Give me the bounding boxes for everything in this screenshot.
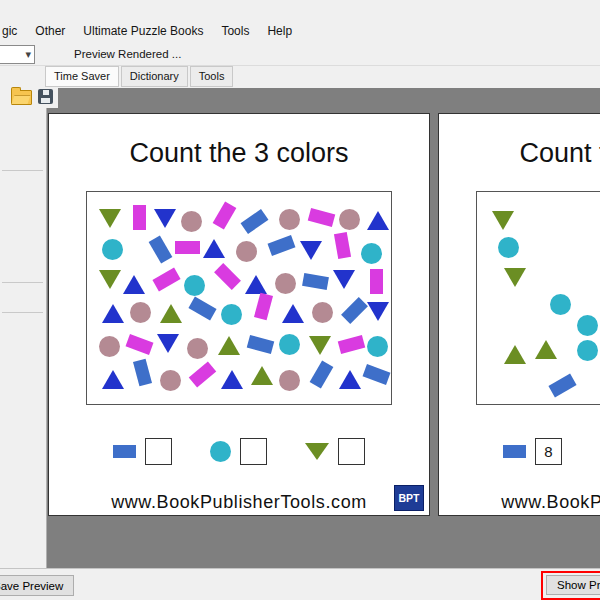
puzzle-shape-tri-up [102, 304, 124, 323]
puzzle-shape-circle [181, 211, 202, 232]
puzzle-shape-tri-down [154, 209, 176, 228]
menu-item-logic[interactable]: gic [0, 21, 26, 41]
answers-row: 8 [439, 434, 600, 468]
puzzle-shape-circle [187, 338, 208, 359]
answer-box [240, 438, 267, 465]
answer-box [338, 438, 365, 465]
puzzle-shape-circle [99, 336, 120, 357]
puzzle-shape-circle [221, 304, 242, 325]
open-folder-icon[interactable] [11, 90, 32, 105]
puzzle-shape-rect [254, 293, 273, 321]
puzzle-shape-rect [268, 235, 296, 256]
puzzle-shape-circle [184, 275, 205, 296]
save-icon[interactable] [38, 89, 53, 104]
answer-group [210, 438, 267, 465]
tab-time-saver[interactable]: Time Saver [45, 66, 119, 87]
chevron-down-icon: ▾ [25, 48, 31, 61]
answer-box: 8 [535, 438, 562, 465]
panel-separator [2, 312, 43, 313]
puzzle-shape-tri-up [282, 304, 304, 323]
puzzle-shape-rect [247, 335, 275, 354]
preview-rendered-label: Preview Rendered ... [74, 44, 181, 65]
puzzle-shape-tri-up [221, 370, 243, 389]
puzzle-page-2: Count the 3 colors 8 www.BookPublisherTo… [438, 113, 600, 516]
puzzle-shape-circle [312, 302, 333, 323]
puzzle-shape-rect [548, 373, 576, 397]
menu-item-ultimate-puzzle-books[interactable]: Ultimate Puzzle Books [74, 21, 212, 41]
puzzle-shape-circle [367, 336, 388, 357]
puzzle-shape-tri-down [99, 209, 121, 228]
show-preview-button[interactable]: Show Preview [546, 575, 600, 595]
puzzle-shape-circle [279, 209, 300, 230]
puzzle-shape-rect [310, 360, 334, 388]
puzzle-shape-tri-up [245, 275, 267, 294]
puzzle-shape-tri-down [157, 334, 179, 353]
puzzle-shape-tri-down [333, 270, 355, 289]
page-title: Count the 3 colors [49, 138, 429, 169]
puzzle-shape-rect [341, 297, 368, 324]
puzzle-shape-rect [308, 208, 336, 227]
puzzle-shape-tri-up [339, 370, 361, 389]
puzzle-shape-tri-up [102, 370, 124, 389]
render-mode-combobox[interactable]: ▾ [0, 45, 35, 64]
puzzle-shape-tri-down [367, 302, 389, 321]
puzzle-shape-rect [302, 273, 329, 290]
puzzle-shape-circle [160, 370, 181, 391]
footer-url: www.BookPublisherTools.com [439, 492, 600, 513]
answer-group [305, 438, 365, 465]
bpt-logo: BPT [394, 485, 424, 511]
options-row: ▾ Preview Rendered ... [0, 44, 600, 66]
preview-canvas: Count the 3 colors www.BookPublisherTool… [47, 88, 600, 568]
puzzle-shape-circle [102, 239, 123, 260]
puzzle-shape-tri-down [492, 211, 514, 230]
status-bar: Save Preview Show Preview [0, 568, 600, 600]
puzzle-shape-circle [130, 302, 151, 323]
puzzle-shape-tri-up [123, 275, 145, 294]
puzzle-shape-circle [279, 334, 300, 355]
puzzle-shape-rect [370, 269, 383, 294]
puzzle-shape-tri-down [99, 270, 121, 289]
puzzle-shape-rect [241, 209, 269, 234]
answer-shape-rect [503, 445, 526, 458]
puzzle-shape-circle [498, 237, 519, 258]
puzzle-shape-rect [334, 232, 351, 259]
red-highlight-box: Show Preview [541, 571, 600, 600]
menu-item-help[interactable]: Help [258, 21, 301, 41]
menu-item-tools[interactable]: Tools [212, 21, 258, 41]
left-panel [0, 66, 47, 568]
puzzle-shape-rect [175, 241, 200, 254]
puzzle-shape-circle [361, 243, 382, 264]
app-window: gic Other Ultimate Puzzle Books Tools He… [0, 0, 600, 600]
puzzle-shape-rect [189, 361, 217, 387]
puzzle-shape-circle [577, 315, 598, 336]
menu-item-other[interactable]: Other [26, 21, 74, 41]
puzzle-page-1: Count the 3 colors www.BookPublisherTool… [48, 113, 430, 516]
puzzle-shape-rect [189, 297, 217, 321]
puzzle-shape-rect [362, 364, 390, 385]
panel-separator [2, 170, 43, 171]
puzzle-shape-circle [339, 209, 360, 230]
tab-tools[interactable]: Tools [190, 66, 234, 87]
puzzle-shape-tri-up [160, 304, 182, 323]
puzzle-shape-circle [279, 370, 300, 391]
puzzle-shape-rect [133, 359, 152, 387]
puzzle-shape-tri-up [504, 345, 526, 364]
puzzle-shape-rect [133, 205, 146, 230]
answers-row [49, 434, 429, 468]
answer-shape-tri-down [305, 443, 329, 460]
answer-group [113, 438, 172, 465]
puzzle-shape-circle [550, 294, 571, 315]
puzzle-shape-rect [152, 267, 180, 291]
puzzle-shape-tri-up [203, 239, 225, 258]
shapes-box [86, 191, 392, 405]
save-preview-button[interactable]: Save Preview [0, 575, 74, 596]
puzzle-shape-tri-down [504, 268, 526, 287]
tab-dictionary[interactable]: Dictionary [121, 66, 188, 87]
shapes-box [476, 191, 600, 405]
tab-row: Time Saver Dictionary Tools [45, 66, 233, 87]
puzzle-shape-rect [148, 235, 172, 263]
menu-bar: gic Other Ultimate Puzzle Books Tools He… [0, 0, 600, 44]
puzzle-shape-tri-up [367, 211, 389, 230]
puzzle-shape-tri-down [309, 336, 331, 355]
puzzle-shape-circle [577, 340, 598, 361]
